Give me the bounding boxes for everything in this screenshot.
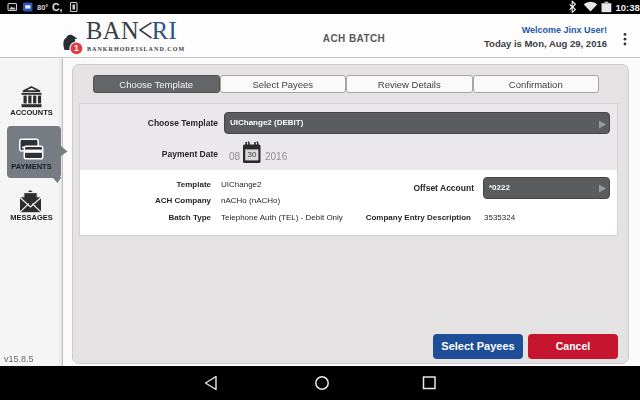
- svg-text:1: 1: [74, 43, 79, 53]
